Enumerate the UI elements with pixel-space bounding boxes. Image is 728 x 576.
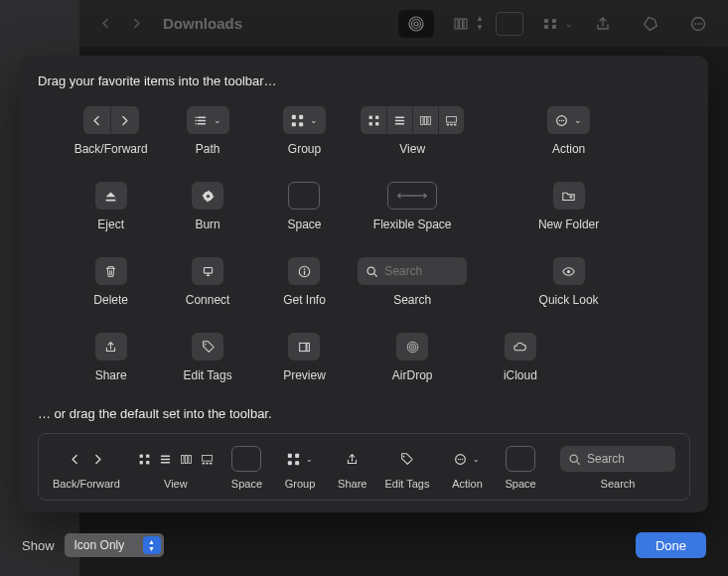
connect-icon <box>202 265 215 278</box>
burn-icon <box>202 190 215 203</box>
tool-label: Back/Forward <box>74 142 148 156</box>
new-folder-icon <box>562 190 575 203</box>
ds-label: Group <box>285 478 316 490</box>
share-icon <box>104 341 117 354</box>
svg-point-48 <box>407 342 418 353</box>
svg-rect-25 <box>421 116 423 124</box>
tool-label: Group <box>288 142 321 156</box>
airdrop-icon <box>406 341 419 354</box>
list-icon <box>195 114 208 127</box>
tool-quick-look[interactable]: Quick Look <box>539 257 599 307</box>
grid4-icon <box>287 453 300 466</box>
done-button[interactable]: Done <box>636 532 706 558</box>
ds-label: Action <box>452 478 483 490</box>
tool-label: Quick Look <box>539 293 599 307</box>
ds-label: Space <box>231 478 262 490</box>
svg-rect-20 <box>299 122 303 126</box>
tool-label: Get Info <box>283 293 326 307</box>
ds-label: View <box>164 478 188 490</box>
svg-point-15 <box>195 119 197 121</box>
tool-label: iCloud <box>504 368 537 382</box>
ds-group[interactable]: ⌄ Group <box>280 446 320 490</box>
ds-label: Back/Forward <box>53 478 120 490</box>
chevron-down-icon: ⌄ <box>574 115 582 125</box>
ds-label: Space <box>505 478 535 490</box>
tool-view[interactable]: View <box>358 106 467 156</box>
tool-action[interactable]: ⌄ Action <box>547 106 590 156</box>
tool-label: Search <box>393 293 431 307</box>
ds-edit-tags[interactable]: Edit Tags <box>384 446 429 490</box>
share-icon <box>346 453 359 466</box>
tool-new-folder[interactable]: New Folder <box>538 182 599 231</box>
search-icon <box>568 453 581 466</box>
select-value: Icon Only <box>74 538 125 552</box>
svg-point-43 <box>204 343 206 345</box>
trash-icon <box>104 265 117 278</box>
ds-space-1[interactable]: Space <box>231 446 262 490</box>
search-field[interactable] <box>384 264 448 278</box>
svg-rect-30 <box>450 123 452 125</box>
svg-rect-61 <box>295 453 299 457</box>
tool-delete[interactable]: Delete <box>68 257 154 307</box>
svg-rect-63 <box>295 461 299 465</box>
svg-rect-45 <box>307 343 309 351</box>
svg-rect-17 <box>292 114 296 118</box>
tool-edit-tags[interactable]: Edit Tags <box>164 333 250 382</box>
svg-rect-24 <box>375 122 378 125</box>
show-mode-select[interactable]: Icon Only ▲▼ <box>65 533 164 557</box>
eject-icon <box>104 190 117 203</box>
ds-label: Search <box>601 478 636 490</box>
svg-rect-50 <box>146 454 149 457</box>
svg-rect-58 <box>206 462 208 464</box>
tool-label: AirDrop <box>392 368 433 382</box>
svg-rect-51 <box>139 461 142 464</box>
svg-rect-49 <box>139 454 142 457</box>
gallery-view-icon <box>438 106 464 134</box>
tool-eject[interactable]: Eject <box>68 182 154 231</box>
chevron-right-icon <box>91 453 104 466</box>
gallery-view-icon <box>201 453 214 466</box>
ds-back-forward[interactable]: Back/Forward <box>53 446 120 490</box>
svg-point-33 <box>559 119 560 120</box>
tool-icloud[interactable]: iCloud <box>477 333 563 382</box>
ds-share[interactable]: Share <box>338 446 366 490</box>
tool-search[interactable]: Search <box>358 257 467 307</box>
svg-rect-18 <box>299 114 303 118</box>
svg-rect-31 <box>454 123 456 125</box>
tool-space[interactable]: Space <box>261 182 348 231</box>
svg-point-14 <box>195 116 197 118</box>
tool-label: Share <box>95 368 127 382</box>
tool-connect[interactable]: Connect <box>164 257 250 307</box>
info-icon <box>298 265 311 278</box>
svg-rect-28 <box>447 116 457 122</box>
tool-flexible-space[interactable]: Flexible Space <box>358 182 467 231</box>
chevron-left-icon <box>69 453 81 466</box>
ds-action[interactable]: ⌄ Action <box>447 446 487 490</box>
toolbar-items-grid: Back/Forward ⌄ Path ⌄ Group View <box>38 106 690 382</box>
svg-point-34 <box>561 119 562 120</box>
ds-space-2[interactable]: Space <box>505 446 535 490</box>
tool-airdrop[interactable]: AirDrop <box>358 333 467 382</box>
tool-label: Action <box>552 142 585 156</box>
svg-rect-55 <box>189 455 191 463</box>
tool-label: Connect <box>186 293 230 307</box>
tool-share[interactable]: Share <box>68 333 154 382</box>
tool-path[interactable]: ⌄ Path <box>164 106 250 156</box>
tool-get-info[interactable]: Get Info <box>261 257 348 307</box>
svg-point-67 <box>460 458 461 459</box>
list-view-icon <box>159 453 172 466</box>
default-toolbar-strip[interactable]: Back/Forward View Space ⌄ Group Share <box>38 433 690 501</box>
action-icon <box>555 114 568 127</box>
tag-icon <box>202 341 215 354</box>
tool-preview[interactable]: Preview <box>261 333 348 382</box>
ds-search[interactable]: Search Search <box>560 446 675 490</box>
tool-group[interactable]: ⌄ Group <box>261 106 348 156</box>
grid4-icon <box>291 114 304 127</box>
tool-back-forward[interactable]: Back/Forward <box>68 106 154 156</box>
svg-rect-23 <box>368 122 371 125</box>
svg-rect-60 <box>288 453 292 457</box>
icon-view-icon <box>138 453 151 466</box>
tool-burn[interactable]: Burn <box>164 182 250 231</box>
ds-view[interactable]: View <box>138 446 214 490</box>
svg-point-16 <box>195 122 197 124</box>
